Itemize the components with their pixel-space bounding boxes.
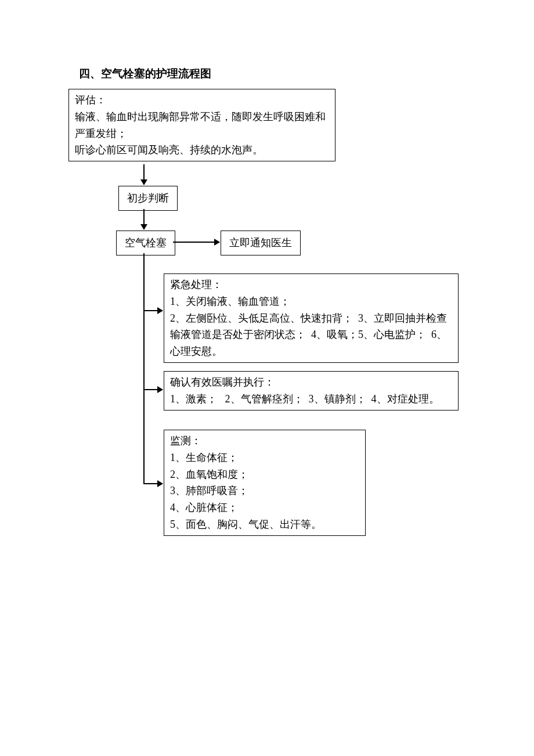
orders-box: 确认有效医嘱并执行： 1、激素； 2、气管解痉剂； 3、镇静剂； 4、对症处理。 bbox=[164, 371, 459, 411]
assessment-box: 评估： 输液、输血时出现胸部异常不适，随即发生呼吸困难和严重发绀； 听诊心前区可… bbox=[68, 89, 335, 161]
arrow-to-monitor bbox=[143, 483, 163, 484]
prelim-box: 初步判断 bbox=[118, 186, 178, 211]
arrow-to-emergency bbox=[143, 310, 163, 311]
arrow-to-orders bbox=[143, 389, 163, 390]
notify-box: 立即通知医生 bbox=[221, 231, 301, 255]
emergency-box: 紧急处理： 1、关闭输液、输血管道； 2、左侧卧位、头低足高位、快速扣背； 3、… bbox=[164, 273, 459, 363]
monitor-box: 监测： 1、生命体征； 2、血氧饱和度； 3、肺部呼吸音； 4、心脏体征； 5、… bbox=[164, 430, 366, 536]
arrow-prelim-to-diag bbox=[143, 209, 145, 229]
diagnosis-box: 空气栓塞 bbox=[116, 231, 175, 255]
arrow-assess-to-prelim bbox=[143, 164, 145, 185]
arrow-diag-to-notify bbox=[173, 242, 219, 243]
page-title: 四、空气栓塞的护理流程图 bbox=[79, 65, 211, 82]
main-vertical-line bbox=[143, 253, 145, 484]
